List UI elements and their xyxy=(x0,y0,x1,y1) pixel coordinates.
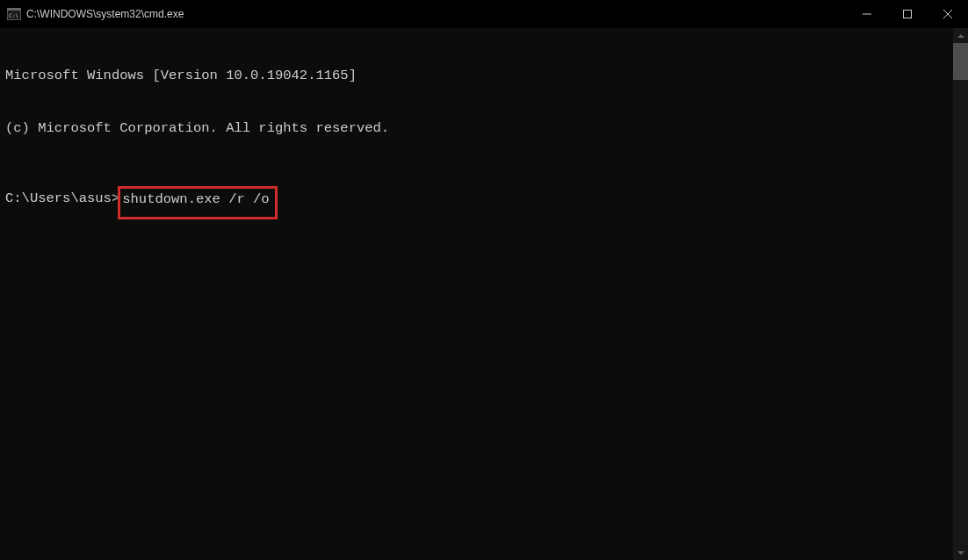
terminal-prompt-line: C:\Users\asus>shutdown.exe /r /o xyxy=(5,190,963,219)
window-title: C:\WINDOWS\system32\cmd.exe xyxy=(26,8,184,20)
terminal-output-line: Microsoft Windows [Version 10.0.19042.11… xyxy=(5,67,963,84)
terminal-content: Microsoft Windows [Version 10.0.19042.11… xyxy=(0,28,968,258)
scrollbar-thumb[interactable] xyxy=(953,43,968,80)
terminal-command: shutdown.exe /r /o xyxy=(122,191,269,207)
vertical-scrollbar[interactable] xyxy=(953,28,968,560)
terminal-prompt: C:\Users\asus> xyxy=(5,190,119,219)
terminal-output-line: (c) Microsoft Corporation. All rights re… xyxy=(5,119,963,137)
svg-rect-3 xyxy=(904,11,912,18)
scroll-up-arrow-icon[interactable] xyxy=(953,28,968,43)
cmd-icon: C:\ xyxy=(7,8,21,20)
window-titlebar: C:\ C:\WINDOWS\system32\cmd.exe xyxy=(0,0,968,28)
scroll-down-arrow-icon[interactable] xyxy=(953,545,968,560)
minimize-button[interactable] xyxy=(847,0,887,28)
maximize-button[interactable] xyxy=(887,0,928,28)
svg-rect-1 xyxy=(7,8,21,11)
titlebar-left: C:\ C:\WINDOWS\system32\cmd.exe xyxy=(7,8,184,20)
svg-text:C:\: C:\ xyxy=(9,12,18,18)
terminal-area[interactable]: Microsoft Windows [Version 10.0.19042.11… xyxy=(0,28,968,560)
command-highlight: shutdown.exe /r /o xyxy=(118,186,277,219)
close-button[interactable] xyxy=(928,0,968,28)
window-controls xyxy=(847,0,968,28)
